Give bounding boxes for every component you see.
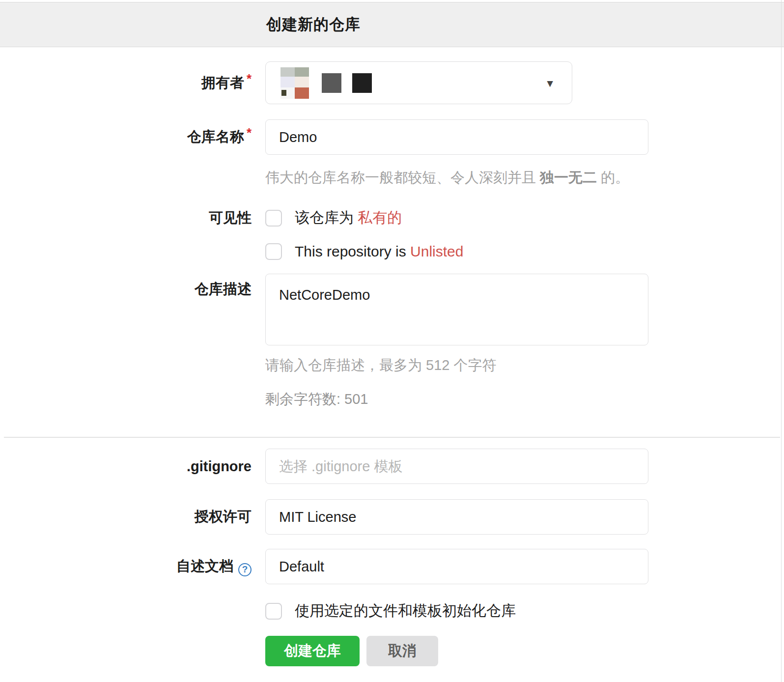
- license-row: 授权许可: [0, 499, 784, 535]
- readme-row: 自述文档?: [0, 549, 784, 584]
- avatar-pixel: [295, 67, 309, 77]
- avatar-pixel: [295, 77, 309, 87]
- avatar-pixel: [280, 77, 295, 87]
- description-textarea[interactable]: NetCoreDemo: [265, 274, 648, 345]
- description-row: 仓库描述 NetCoreDemo: [0, 274, 784, 345]
- description-help: 请输入仓库描述，最多为 512 个字符: [265, 356, 784, 374]
- owner-row: 拥有者* ▼: [0, 61, 784, 104]
- init-repo-checkbox-label: 使用选定的文件和模板初始化仓库: [295, 601, 516, 621]
- avatar-pixel: [280, 67, 295, 77]
- readme-select[interactable]: [265, 549, 648, 584]
- repo-name-input[interactable]: [265, 119, 648, 155]
- required-asterisk: *: [247, 71, 252, 86]
- required-asterisk: *: [247, 125, 252, 140]
- license-select[interactable]: [265, 499, 648, 535]
- unlisted-checkbox-label: This repository is Unlisted: [295, 243, 463, 260]
- repo-name-row: 仓库名称*: [0, 119, 784, 155]
- repo-name-help: 伟大的仓库名称一般都较短、令人深刻并且 独一无二 的。: [265, 169, 784, 186]
- private-checkbox[interactable]: [265, 210, 282, 227]
- create-repo-button[interactable]: 创建仓库: [265, 636, 360, 666]
- page-header: 创建新的仓库: [0, 2, 784, 47]
- form-actions: 创建仓库 取消: [265, 636, 784, 666]
- readme-label: 自述文档?: [0, 557, 265, 576]
- create-repo-page: 创建新的仓库 拥有者* ▼ 仓库名称*: [0, 0, 784, 682]
- gitignore-label: .gitignore: [0, 458, 265, 475]
- avatar-pixel: [295, 87, 309, 99]
- unlisted-check-line: This repository is Unlisted: [265, 243, 784, 260]
- window-right-border: [781, 0, 782, 682]
- repo-name-label: 仓库名称*: [0, 127, 265, 147]
- owner-label: 拥有者*: [0, 73, 265, 93]
- redacted-username-block: [352, 73, 372, 93]
- owner-avatar: [280, 67, 309, 99]
- section-divider: [4, 437, 780, 438]
- help-question-icon[interactable]: ?: [238, 563, 252, 576]
- chevron-down-icon: ▼: [545, 78, 555, 88]
- private-check-line: 该仓库为 私有的: [265, 208, 402, 228]
- page-title: 创建新的仓库: [266, 14, 361, 35]
- visibility-row: 可见性 该仓库为 私有的: [0, 208, 784, 228]
- avatar-pixel: [281, 90, 286, 96]
- gitignore-row: .gitignore: [0, 449, 784, 484]
- cancel-button[interactable]: 取消: [366, 636, 438, 666]
- remaining-chars-counter: 剩余字符数: 501: [265, 390, 784, 409]
- init-repo-checkbox[interactable]: [265, 603, 282, 620]
- init-check-line: 使用选定的文件和模板初始化仓库: [265, 601, 784, 621]
- gitignore-select[interactable]: [265, 449, 648, 484]
- owner-dropdown[interactable]: ▼: [265, 61, 572, 104]
- visibility-label: 可见性: [0, 208, 265, 228]
- description-label: 仓库描述: [0, 274, 265, 299]
- private-checkbox-label: 该仓库为 私有的: [295, 208, 402, 228]
- create-repo-form: 拥有者* ▼ 仓库名称* 伟大的仓库名称一般都较短、令人深刻并且 独一无二 的。: [0, 61, 784, 666]
- license-label: 授权许可: [0, 507, 265, 527]
- redacted-username-block: [322, 73, 341, 93]
- unlisted-checkbox[interactable]: [265, 243, 282, 260]
